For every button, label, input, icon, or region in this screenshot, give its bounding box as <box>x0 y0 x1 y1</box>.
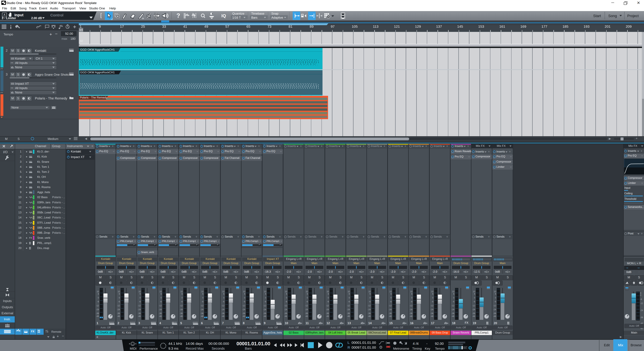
svg-text:?: ? <box>176 12 180 19</box>
